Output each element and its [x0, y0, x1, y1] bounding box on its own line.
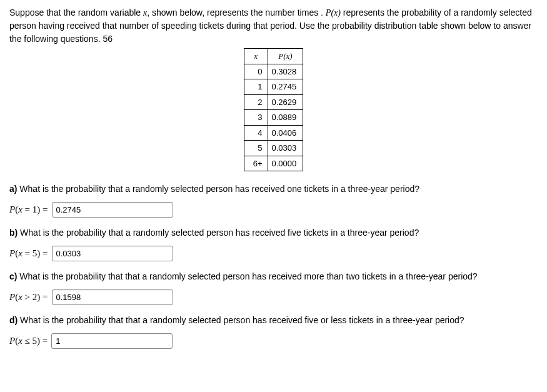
question-a-label: a): [9, 184, 17, 194]
answer-c-input[interactable]: [52, 289, 173, 305]
cell-x: 4: [244, 125, 268, 141]
intro-px: P(x): [326, 8, 341, 18]
cell-x: 3: [244, 110, 268, 126]
answer-b-line: P(x = 5) =: [9, 246, 538, 261]
answer-c-expr: P(x > 2) =: [9, 290, 48, 304]
question-d: d) What is the probability that that a r…: [9, 314, 538, 327]
cell-p: 0.0889: [268, 110, 303, 126]
answer-a-input[interactable]: [52, 202, 173, 218]
answer-c-line: P(x > 2) =: [9, 289, 538, 305]
answer-d-expr: P(x ≤ 5) =: [9, 334, 48, 348]
question-b-text: What is the probability that a randomly …: [18, 228, 419, 238]
question-d-text: What is the probability that that a rand…: [18, 315, 464, 325]
answer-a-expr: P(x = 1) =: [9, 203, 48, 217]
table-row: 50.0303: [244, 141, 303, 156]
table-row: 10.2745: [244, 79, 303, 95]
answer-d-input[interactable]: [51, 333, 173, 349]
answer-b-expr: P(x = 5) =: [9, 246, 48, 261]
table-row: 00.3028: [244, 64, 303, 79]
cell-p: 0.0000: [268, 156, 303, 171]
question-b-label: b): [9, 228, 18, 238]
table-row: 6+0.0000: [244, 156, 303, 171]
intro-text-1: Suppose that the random variable: [9, 8, 143, 18]
answer-b-input[interactable]: [52, 246, 173, 261]
question-a: a) What is the probability that a random…: [9, 183, 538, 196]
cell-p: 0.0406: [268, 125, 303, 141]
question-b: b) What is the probability that a random…: [9, 226, 538, 239]
answer-d-line: P(x ≤ 5) =: [9, 333, 538, 349]
probability-table: x P(x) 00.3028 10.2745 20.2629 30.0889 4…: [244, 48, 304, 171]
question-d-label: d): [9, 315, 18, 325]
table-row: 30.0889: [244, 110, 303, 126]
cell-p: 0.2745: [268, 79, 303, 95]
question-c-label: c): [9, 271, 17, 281]
intro-text-2: , shown below, represents the number tim…: [147, 8, 326, 18]
problem-intro: Suppose that the random variable x, show…: [9, 6, 538, 46]
cell-x: 5: [244, 141, 268, 156]
cell-p: 0.2629: [268, 94, 303, 110]
cell-x: 1: [244, 79, 268, 95]
cell-p: 0.3028: [268, 64, 303, 79]
question-a-text: What is the probability that a randomly …: [17, 184, 419, 194]
cell-p: 0.0303: [268, 141, 303, 156]
cell-x: 0: [244, 64, 268, 79]
table-row: 40.0406: [244, 125, 303, 141]
question-c-text: What is the probability that that a rand…: [17, 271, 477, 281]
cell-x: 6+: [244, 156, 268, 171]
header-px: P(x): [268, 49, 303, 64]
table-header-row: x P(x): [244, 49, 303, 64]
answer-a-line: P(x = 1) =: [9, 202, 538, 218]
table-row: 20.2629: [244, 94, 303, 110]
question-c: c) What is the probability that that a r…: [9, 270, 538, 283]
header-x: x: [244, 49, 268, 64]
cell-x: 2: [244, 94, 268, 110]
